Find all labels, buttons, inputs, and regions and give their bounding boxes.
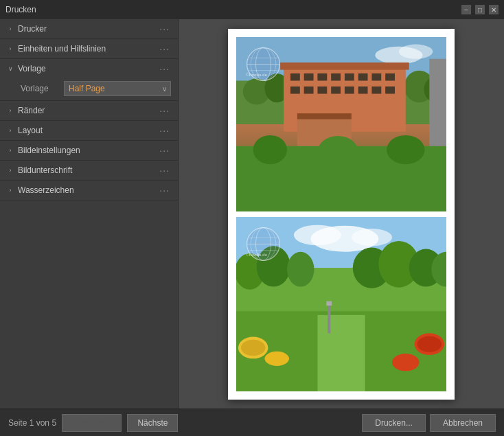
svg-rect-58 [328, 304, 330, 333]
vorlage-sub-label: Vorlage [21, 84, 58, 93]
sidebar-section-wasserzeichen: › Wasserzeichen ··· [0, 181, 178, 200]
svg-rect-9 [290, 73, 300, 80]
sidebar-section-layout: › Layout ··· [0, 121, 178, 141]
sidebar-section-raender: › Ränder ··· [0, 101, 178, 121]
svg-rect-17 [290, 86, 300, 93]
svg-point-29 [253, 135, 287, 163]
sidebar-item-drucker[interactable]: › Drucker ··· [0, 19, 178, 38]
svg-point-30 [317, 135, 358, 168]
svg-rect-32 [429, 58, 446, 146]
svg-rect-23 [371, 86, 381, 93]
print-page: ©fotolia.de [228, 29, 455, 400]
bottombar: Seite 1 von 5 Vorheriges Nächste Drucken… [0, 409, 504, 436]
sidebar-item-einheiten[interactable]: › Einheiten und Hilfslinien ··· [0, 39, 178, 58]
chevron-einheiten-icon: › [7, 45, 14, 52]
titlebar-title: Drucken [5, 5, 36, 14]
svg-rect-12 [331, 73, 341, 80]
dots-button-wasserzeichen[interactable]: ··· [158, 185, 171, 196]
main-area: › Drucker ··· › Einheiten und Hilfslinie… [0, 19, 504, 409]
sidebar-item-vorlage[interactable]: ∨ Vorlage ··· [0, 59, 178, 78]
dots-button-drucker[interactable]: ··· [158, 23, 171, 34]
dots-button-layout[interactable]: ··· [158, 125, 171, 136]
dots-button-bildeinstellungen[interactable]: ··· [158, 145, 171, 156]
svg-rect-18 [304, 86, 314, 93]
titlebar-controls: − □ ✕ [461, 5, 499, 14]
svg-point-60 [264, 351, 289, 365]
minimize-button[interactable]: − [461, 5, 471, 14]
titlebar: Drucken − □ ✕ [0, 0, 504, 19]
vorlage-select-wrapper: Half Page Full Page Quarter Page ∨ [64, 81, 171, 96]
chevron-vorlage-icon: ∨ [7, 65, 14, 72]
svg-rect-21 [345, 86, 354, 93]
page-info: Seite 1 von 5 Vorheriges Nächste [8, 414, 362, 432]
svg-rect-11 [317, 73, 327, 80]
watermark-text-2: ©fotolia.de [246, 253, 267, 257]
watermark-2: ©fotolia.de [244, 225, 286, 266]
svg-point-2 [399, 44, 433, 58]
print-button[interactable]: Drucken... [362, 414, 426, 432]
watermark-1: ©fotolia.de [244, 45, 286, 87]
sidebar-label-einheiten: Einheiten und Hilfslinien [18, 44, 106, 54]
dots-button-einheiten[interactable]: ··· [158, 43, 171, 54]
preview-content: ©fotolia.de [179, 19, 504, 409]
sidebar-label-bildunterschrift: Bildunterschrift [18, 165, 72, 175]
sidebar: › Drucker ··· › Einheiten und Hilfslinie… [0, 19, 179, 409]
sidebar-label-wasserzeichen: Wasserzeichen [18, 185, 74, 195]
sidebar-section-bildunterschrift: › Bildunterschrift ··· [0, 161, 178, 181]
chevron-drucker-icon: › [7, 25, 14, 32]
svg-point-47 [287, 251, 314, 286]
sidebar-section-vorlage: ∨ Vorlage ··· Vorlage Half Page Full Pag… [0, 59, 178, 101]
dots-button-vorlage[interactable]: ··· [158, 63, 171, 74]
svg-rect-25 [280, 62, 409, 70]
sidebar-item-bildeinstellungen[interactable]: › Bildeinstellungen ··· [0, 141, 178, 160]
next-button[interactable]: Nächste [127, 414, 178, 432]
dots-button-raender[interactable]: ··· [158, 105, 171, 116]
watermark-text-1: ©fotolia.de [246, 73, 267, 77]
chevron-raender-icon: › [7, 107, 14, 114]
chevron-layout-icon: › [7, 127, 14, 134]
chevron-wasserzeichen-icon: › [7, 187, 14, 194]
sidebar-section-bildeinstellungen: › Bildeinstellungen ··· [0, 141, 178, 161]
svg-rect-16 [385, 73, 395, 80]
preview-container: ©fotolia.de [179, 19, 504, 409]
svg-rect-13 [345, 73, 354, 80]
svg-point-42 [294, 225, 341, 245]
photo-slot-1: ©fotolia.de [236, 37, 446, 211]
svg-rect-59 [326, 301, 332, 305]
svg-rect-19 [317, 86, 327, 93]
sidebar-label-bildeinstellungen: Bildeinstellungen [18, 146, 80, 155]
close-button[interactable]: ✕ [489, 5, 499, 14]
cancel-button[interactable]: Abbrechen [430, 414, 496, 432]
sidebar-label-raender: Ränder [18, 106, 45, 115]
svg-rect-20 [331, 86, 341, 93]
sidebar-item-raender[interactable]: › Ränder ··· [0, 101, 178, 120]
chevron-bildunterschrift-icon: › [7, 167, 14, 174]
photo-slot-2: ©fotolia.de [236, 217, 446, 391]
photo2-background: ©fotolia.de [236, 217, 446, 391]
svg-rect-14 [358, 73, 368, 80]
svg-point-54 [241, 339, 266, 355]
svg-rect-57 [317, 314, 365, 391]
vorlage-select[interactable]: Half Page Full Page Quarter Page [64, 81, 171, 96]
sidebar-section-einheiten: › Einheiten und Hilfslinien ··· [0, 39, 178, 59]
sidebar-label-layout: Layout [18, 126, 43, 135]
svg-point-31 [387, 135, 424, 163]
photo1-background: ©fotolia.de [236, 37, 446, 211]
svg-rect-27 [297, 113, 352, 119]
dots-button-bildunterschrift[interactable]: ··· [158, 165, 171, 176]
vorlage-sub-row: Vorlage Half Page Full Page Quarter Page… [0, 78, 178, 100]
sidebar-item-layout[interactable]: › Layout ··· [0, 121, 178, 140]
action-buttons: Drucken... Abbrechen [362, 414, 496, 432]
svg-point-61 [392, 353, 419, 370]
svg-point-56 [417, 336, 442, 352]
svg-point-43 [352, 228, 392, 245]
sidebar-item-bildunterschrift[interactable]: › Bildunterschrift ··· [0, 161, 178, 180]
sidebar-item-wasserzeichen[interactable]: › Wasserzeichen ··· [0, 181, 178, 200]
maximize-button[interactable]: □ [475, 5, 485, 14]
chevron-bildeinstellungen-icon: › [7, 147, 14, 154]
svg-rect-15 [371, 73, 381, 80]
svg-rect-22 [358, 86, 368, 93]
sidebar-label-drucker: Drucker [18, 24, 47, 34]
previous-button[interactable]: Vorheriges [62, 414, 122, 432]
svg-rect-24 [385, 86, 395, 93]
